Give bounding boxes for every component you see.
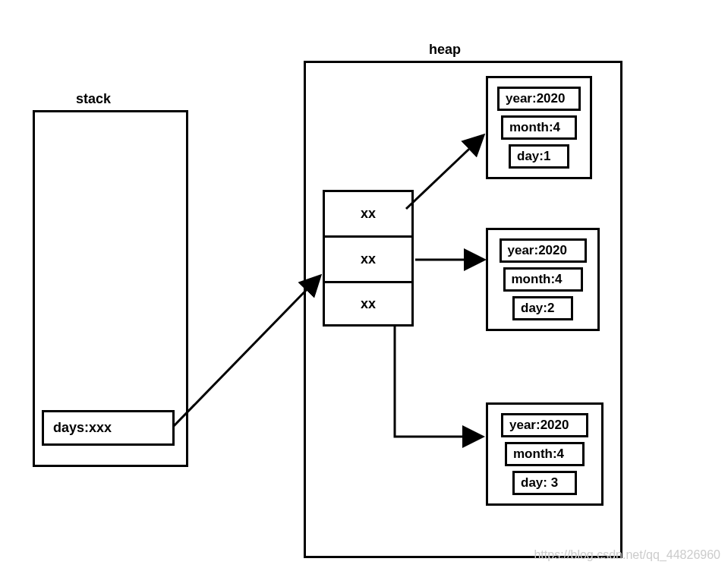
heap-object-3: year:2020 month:4 day: 3 [486,402,604,506]
heap-label: heap [429,42,461,58]
obj3-month: month:4 [505,442,585,466]
obj2-month: month:4 [503,267,583,292]
obj2-day: day:2 [512,296,573,320]
array-container: xx xx xx [323,190,414,327]
array-cell-0: xx [323,190,414,235]
array-cell-1: xx [323,235,414,281]
stack-label: stack [76,91,111,107]
svg-line-1 [173,277,319,427]
watermark: https://blog.csdn.net/qq_44826960 [534,548,720,562]
obj3-day: day: 3 [512,471,577,495]
obj2-year: year:2020 [500,238,587,263]
heap-object-2: year:2020 month:4 day:2 [486,228,600,331]
obj1-year: year:2020 [497,87,581,111]
obj3-year: year:2020 [501,413,588,437]
stack-variable-days: days:xxx [42,410,175,446]
array-cell-2: xx [323,281,414,327]
heap-object-1: year:2020 month:4 day:1 [486,76,592,179]
obj1-day: day:1 [509,144,569,169]
obj1-month: month:4 [501,115,577,140]
